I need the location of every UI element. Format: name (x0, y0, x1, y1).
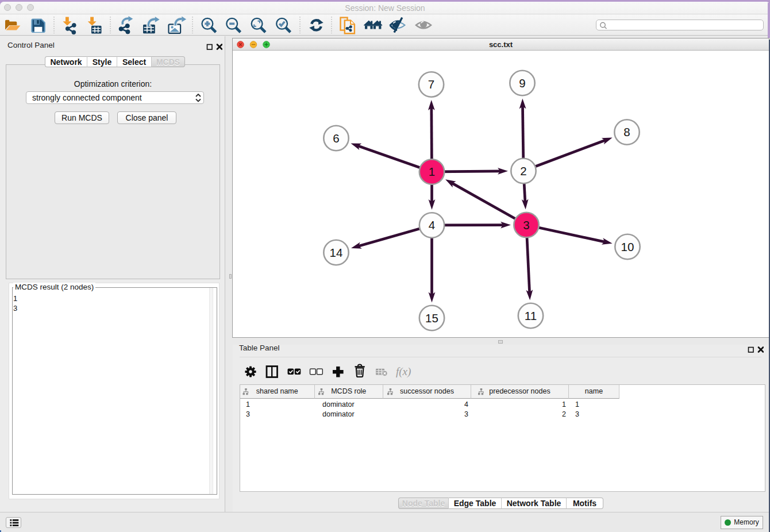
svg-text:14: 14 (329, 245, 342, 259)
svg-text:9: 9 (519, 76, 525, 89)
svg-text:15: 15 (425, 311, 438, 324)
svg-text:f(x): f(x) (396, 365, 411, 378)
svg-text:8: 8 (623, 125, 630, 138)
svg-text:1: 1 (428, 165, 434, 178)
svg-text:2: 2 (520, 164, 526, 177)
svg-text:3: 3 (523, 218, 529, 231)
svg-text:4: 4 (428, 218, 434, 232)
svg-text:11: 11 (524, 309, 536, 322)
svg-text:7: 7 (428, 78, 434, 91)
svg-text:10: 10 (621, 240, 634, 253)
svg-text:6: 6 (333, 131, 339, 144)
